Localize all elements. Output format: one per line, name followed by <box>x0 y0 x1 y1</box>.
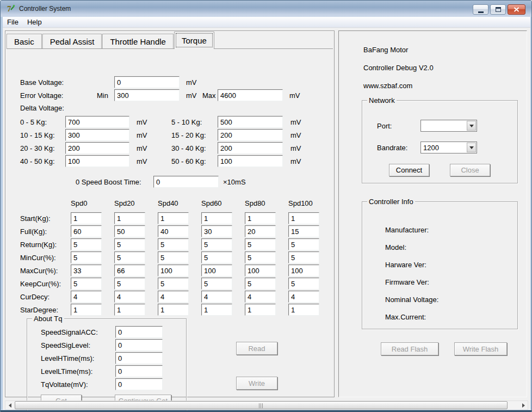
grid-cell-input[interactable] <box>114 238 145 250</box>
grid-cell-input[interactable] <box>158 304 189 316</box>
grid-cell-input[interactable] <box>71 212 102 224</box>
unit-mv: mV <box>137 131 147 139</box>
about-tq-field-input[interactable] <box>115 378 163 390</box>
grid-cell-input[interactable] <box>158 291 189 303</box>
about-tq-field-input[interactable] <box>115 339 163 351</box>
scroll-left-button[interactable] <box>5 401 14 409</box>
grid-cell-input[interactable] <box>71 225 102 237</box>
delta-left-input[interactable] <box>65 142 129 154</box>
scrollbar-thumb[interactable] <box>15 401 508 409</box>
grid-cell-input[interactable] <box>201 265 232 276</box>
grid-cell-input[interactable] <box>201 225 232 237</box>
grid-cell-input[interactable] <box>288 265 319 276</box>
menu-item-file[interactable]: File <box>3 17 23 27</box>
grid-cell-input[interactable] <box>245 212 276 224</box>
grid-cell-input[interactable] <box>114 304 145 316</box>
bandrate-combobox[interactable]: 1200 <box>420 142 477 153</box>
grid-cell-input[interactable] <box>114 265 145 276</box>
grid-cell-input[interactable] <box>71 278 102 290</box>
grid-cell-input[interactable] <box>245 291 276 303</box>
delta-right-input[interactable] <box>218 155 283 167</box>
port-combobox[interactable] <box>420 120 477 132</box>
about-tq-field-input[interactable] <box>115 365 163 377</box>
grid-row-label: Full(Kg): <box>20 227 47 236</box>
grid-cell-input[interactable] <box>158 251 189 263</box>
grid-cell-input[interactable] <box>245 265 276 276</box>
grid-cell-input[interactable] <box>114 225 145 237</box>
unit-mv: mV <box>137 144 147 152</box>
delta-left-input[interactable] <box>65 155 129 167</box>
write-flash-button[interactable]: Write Flash <box>454 342 507 355</box>
tab-torque[interactable]: Torque <box>174 32 214 49</box>
grid-cell-input[interactable] <box>245 238 276 250</box>
bandrate-dropdown-button[interactable] <box>467 143 476 152</box>
grid-cell-input[interactable] <box>158 212 189 224</box>
error-voltage-max-input[interactable] <box>218 89 283 101</box>
error-voltage-min-input[interactable] <box>114 89 180 101</box>
delta-left-input[interactable] <box>65 129 129 141</box>
tab-basic[interactable]: Basic <box>7 34 42 48</box>
boost-time-input[interactable] <box>153 176 219 188</box>
read-flash-button[interactable]: Read Flash <box>381 342 438 355</box>
delta-right-input[interactable] <box>218 142 283 154</box>
grid-cell-input[interactable] <box>201 238 232 250</box>
grid-cell-input[interactable] <box>71 291 102 303</box>
speed-column-header: Spd100 <box>288 199 313 207</box>
delta-right-input[interactable] <box>218 116 283 128</box>
write-button[interactable]: Write <box>236 377 277 390</box>
tab-pedal-assist[interactable]: Pedal Assist <box>42 34 102 48</box>
grid-cell-input[interactable] <box>245 278 276 290</box>
about-tq-field-input[interactable] <box>115 352 163 364</box>
connect-button[interactable]: Connect <box>389 164 429 176</box>
grid-cell-input[interactable] <box>288 304 319 316</box>
grid-cell-input[interactable] <box>158 225 189 237</box>
about-tq-field-input[interactable] <box>115 326 163 338</box>
port-dropdown-button[interactable] <box>467 121 476 131</box>
grid-cell-input[interactable] <box>201 304 232 316</box>
delta-right-input[interactable] <box>218 129 283 141</box>
brand-line-2: Controller Debug V2.0 <box>363 64 434 72</box>
grid-cell-input[interactable] <box>288 212 319 224</box>
grid-cell-input[interactable] <box>288 278 319 290</box>
grid-cell-input[interactable] <box>201 278 232 290</box>
grid-cell-input[interactable] <box>114 251 145 263</box>
maximize-button[interactable] <box>490 4 506 15</box>
read-button[interactable]: Read <box>236 342 277 355</box>
grid-cell-input[interactable] <box>288 225 319 237</box>
grid-cell-input[interactable] <box>71 251 102 263</box>
grid-cell-input[interactable] <box>245 304 276 316</box>
grid-cell-input[interactable] <box>114 291 145 303</box>
close-connection-button[interactable]: Close <box>450 164 490 176</box>
grid-cell-input[interactable] <box>288 238 319 250</box>
grid-cell-input[interactable] <box>71 265 102 276</box>
close-button[interactable] <box>508 4 525 15</box>
grid-cell-input[interactable] <box>201 212 232 224</box>
grid-cell-input[interactable] <box>245 251 276 263</box>
menu-item-help[interactable]: Help <box>23 17 46 27</box>
grid-cell-input[interactable] <box>114 278 145 290</box>
grid-cell-input[interactable] <box>71 238 102 250</box>
menu-bar: FileHelp <box>3 17 530 28</box>
grid-row-label: Start(Kg): <box>20 214 51 223</box>
grid-cell-input[interactable] <box>158 278 189 290</box>
horizontal-scrollbar[interactable] <box>5 401 528 410</box>
app-icon[interactable]: 7 <box>7 4 16 13</box>
grid-cell-input[interactable] <box>71 304 102 316</box>
grid-cell-input[interactable] <box>245 225 276 237</box>
grid-cell-input[interactable] <box>288 291 319 303</box>
grid-cell-input[interactable] <box>288 251 319 263</box>
grid-row-label: StarDegree: <box>20 306 58 314</box>
scrollbar-grip-icon <box>259 403 263 408</box>
tab-throttle-handle[interactable]: Throttle Handle <box>102 34 174 48</box>
minimize-button[interactable] <box>473 4 488 15</box>
grid-cell-input[interactable] <box>201 291 232 303</box>
base-voltage-input[interactable] <box>114 76 180 88</box>
scroll-right-button[interactable] <box>519 401 528 409</box>
grid-cell-input[interactable] <box>114 212 145 224</box>
grid-cell-input[interactable] <box>158 265 189 276</box>
grid-cell-input[interactable] <box>158 238 189 250</box>
delta-left-input[interactable] <box>65 116 129 128</box>
bandrate-label: Bandrate: <box>377 144 407 152</box>
grid-cell-input[interactable] <box>201 251 232 263</box>
window-controls <box>473 4 525 15</box>
